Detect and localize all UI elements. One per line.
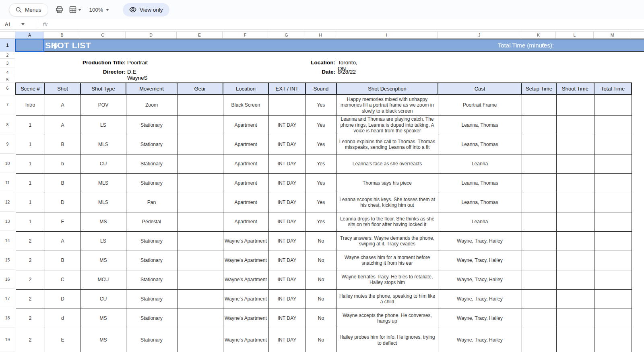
- row-header-14[interactable]: 14: [0, 231, 15, 250]
- table-cell[interactable]: LS: [80, 231, 126, 251]
- table-cell[interactable]: MS: [80, 251, 126, 270]
- table-cell[interactable]: [556, 270, 594, 289]
- table-cell[interactable]: [522, 289, 556, 309]
- table-cell[interactable]: [594, 231, 632, 251]
- table-cell[interactable]: [177, 289, 223, 309]
- table-header-cell[interactable]: Cast: [438, 83, 522, 95]
- table-cell[interactable]: Black Screen: [223, 95, 268, 115]
- table-cell[interactable]: [177, 115, 223, 135]
- table-header-cell[interactable]: Location: [223, 83, 268, 95]
- production-title-value[interactable]: Poortrait: [127, 60, 148, 66]
- table-cell[interactable]: [594, 309, 632, 328]
- number-format-button[interactable]: [69, 6, 81, 14]
- total-time-value[interactable]: 0: [542, 42, 545, 49]
- table-cell[interactable]: Stationary: [126, 135, 177, 154]
- table-cell[interactable]: [177, 231, 223, 251]
- table-cell[interactable]: [594, 270, 632, 289]
- table-cell[interactable]: Wayne, Tracy, Hailey: [438, 251, 522, 270]
- table-header-cell[interactable]: Shot: [45, 83, 80, 95]
- table-cell[interactable]: INT DAY: [268, 328, 305, 352]
- table-cell[interactable]: B: [45, 173, 80, 193]
- table-header-cell[interactable]: Total Time: [594, 83, 632, 95]
- table-cell[interactable]: [594, 193, 632, 212]
- table-cell[interactable]: [522, 193, 556, 212]
- table-cell[interactable]: [177, 309, 223, 328]
- row-header-19[interactable]: 19: [0, 327, 15, 352]
- table-cell[interactable]: Stationary: [126, 115, 177, 135]
- table-cell[interactable]: A: [45, 231, 80, 251]
- table-cell[interactable]: [594, 328, 632, 352]
- table-cell[interactable]: [522, 328, 556, 352]
- table-cell[interactable]: 2: [16, 309, 45, 328]
- table-cell[interactable]: [556, 115, 594, 135]
- table-cell[interactable]: Happy memories mixed with unhappy memori…: [336, 95, 438, 115]
- table-cell[interactable]: Leanna, Thomas: [438, 135, 522, 154]
- table-cell[interactable]: E: [45, 212, 80, 231]
- table-header-cell[interactable]: Setup Time: [522, 83, 556, 95]
- table-cell[interactable]: INT DAY: [268, 135, 305, 154]
- table-cell[interactable]: 1: [16, 154, 45, 173]
- table-cell[interactable]: 2: [16, 231, 45, 251]
- table-cell[interactable]: B: [45, 135, 80, 154]
- table-cell[interactable]: INT DAY: [268, 309, 305, 328]
- table-cell[interactable]: [594, 251, 632, 270]
- table-cell[interactable]: 1: [16, 212, 45, 231]
- table-cell[interactable]: [556, 251, 594, 270]
- table-cell[interactable]: Yes: [305, 115, 336, 135]
- table-cell[interactable]: Stationary: [126, 154, 177, 173]
- table-cell[interactable]: Yes: [305, 193, 336, 212]
- table-cell[interactable]: [522, 115, 556, 135]
- table-cell[interactable]: Wayne accepts the phone. He converses, h…: [336, 309, 438, 328]
- row-header-12[interactable]: 12: [0, 192, 15, 212]
- title-banner-cell[interactable]: v SHOT LIST Total Time (minutes):: [15, 39, 644, 52]
- name-box[interactable]: A1: [0, 22, 37, 27]
- table-cell[interactable]: Apartment: [223, 173, 268, 193]
- table-cell[interactable]: Wayne's Apartment: [223, 309, 268, 328]
- table-cell[interactable]: [594, 154, 632, 173]
- table-cell[interactable]: [556, 173, 594, 193]
- table-cell[interactable]: [556, 95, 594, 115]
- table-header-cell[interactable]: Gear: [177, 83, 223, 95]
- director-value[interactable]: D.E WayneS: [127, 69, 148, 81]
- table-cell[interactable]: [522, 173, 556, 193]
- table-cell[interactable]: Leanna and Thomas are playing catch. The…: [336, 115, 438, 135]
- table-cell[interactable]: MLS: [80, 173, 126, 193]
- table-cell[interactable]: Wayne's Apartment: [223, 289, 268, 309]
- table-cell[interactable]: Yes: [305, 95, 336, 115]
- table-cell[interactable]: Stationary: [126, 251, 177, 270]
- table-cell[interactable]: Wayne berrates Tracy. He tries to retali…: [336, 270, 438, 289]
- table-cell[interactable]: [522, 309, 556, 328]
- menus-button[interactable]: Menus: [9, 3, 48, 16]
- table-header-cell[interactable]: Scene #: [16, 83, 45, 95]
- table-header-cell[interactable]: Shot Type: [80, 83, 126, 95]
- row-header-2[interactable]: 2: [0, 52, 15, 59]
- table-cell[interactable]: [594, 95, 632, 115]
- table-cell[interactable]: Yes: [305, 135, 336, 154]
- table-cell[interactable]: INT DAY: [268, 193, 305, 212]
- table-cell[interactable]: Wayne, Tracy, Hailey: [438, 231, 522, 251]
- table-cell[interactable]: INT DAY: [268, 154, 305, 173]
- date-value[interactable]: 8/28/22: [338, 69, 356, 75]
- table-cell[interactable]: MLS: [80, 135, 126, 154]
- table-cell[interactable]: [177, 95, 223, 115]
- column-header-a[interactable]: A: [15, 32, 44, 38]
- print-button[interactable]: [56, 6, 63, 14]
- row-header-13[interactable]: 13: [0, 212, 15, 231]
- table-cell[interactable]: [177, 173, 223, 193]
- table-cell[interactable]: Apartment: [223, 115, 268, 135]
- row-header-1[interactable]: 1: [0, 39, 15, 52]
- table-cell[interactable]: CU: [80, 289, 126, 309]
- table-cell[interactable]: [556, 231, 594, 251]
- table-cell[interactable]: MS: [80, 212, 126, 231]
- table-cell[interactable]: INT DAY: [268, 270, 305, 289]
- column-header-k[interactable]: K: [521, 32, 556, 38]
- table-cell[interactable]: 2: [16, 289, 45, 309]
- table-header-cell[interactable]: EXT / INT: [268, 83, 305, 95]
- table-cell[interactable]: Yes: [305, 212, 336, 231]
- table-cell[interactable]: [594, 289, 632, 309]
- column-header-e[interactable]: E: [177, 32, 223, 38]
- table-cell[interactable]: E: [45, 328, 80, 352]
- table-cell[interactable]: No: [305, 289, 336, 309]
- table-cell[interactable]: A: [45, 115, 80, 135]
- location-label[interactable]: Location:: [242, 60, 335, 66]
